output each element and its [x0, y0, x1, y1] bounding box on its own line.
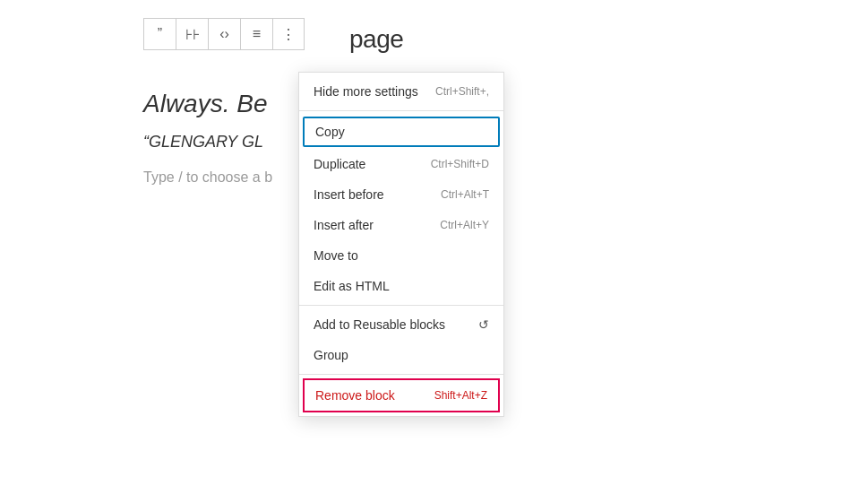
grid-icon: ⊦⊦ [185, 26, 200, 43]
add-reusable-item[interactable]: Add to Reusable blocks ↺ [299, 309, 503, 340]
insert-before-label: Insert before [314, 187, 384, 202]
arrow-button[interactable]: ‹› [208, 18, 240, 50]
duplicate-label: Duplicate [314, 157, 365, 171]
more-icon: ⋮ [281, 26, 296, 43]
menu-section-actions: Copy Duplicate Ctrl+Shift+D Insert befor… [299, 111, 503, 306]
more-options-button[interactable]: ⋮ [272, 18, 305, 50]
remove-block-shortcut: Shift+Alt+Z [434, 389, 487, 402]
hide-settings-label: Hide more settings [314, 84, 418, 99]
edit-as-html-label: Edit as HTML [314, 279, 390, 293]
hide-settings-shortcut: Ctrl+Shift+, [435, 85, 489, 98]
drag-handle-button[interactable]: ⊦⊦ [176, 18, 208, 50]
quote-block-button[interactable]: ” [143, 18, 176, 50]
insert-before-item[interactable]: Insert before Ctrl+Alt+T [299, 179, 503, 210]
insert-after-shortcut: Ctrl+Alt+Y [440, 219, 489, 231]
hide-more-settings-item[interactable]: Hide more settings Ctrl+Shift+, [299, 76, 503, 107]
context-menu: Hide more settings Ctrl+Shift+, Copy Dup… [298, 72, 504, 417]
duplicate-item[interactable]: Duplicate Ctrl+Shift+D [299, 149, 503, 179]
insert-after-item[interactable]: Insert after Ctrl+Alt+Y [299, 210, 503, 240]
reusable-icon: ↺ [478, 317, 489, 332]
copy-label: Copy [315, 125, 345, 139]
quote-icon: ” [158, 26, 162, 42]
menu-section-settings: Hide more settings Ctrl+Shift+, [299, 73, 503, 111]
remove-block-item[interactable]: Remove block Shift+Alt+Z [305, 380, 498, 411]
move-to-label: Move to [314, 248, 358, 263]
duplicate-shortcut: Ctrl+Shift+D [431, 158, 489, 170]
add-reusable-label: Add to Reusable blocks [314, 317, 445, 332]
chevron-icon: ‹› [219, 26, 229, 42]
move-to-item[interactable]: Move to [299, 240, 503, 271]
insert-after-label: Insert after [314, 218, 374, 232]
align-icon: ≡ [253, 26, 261, 42]
edit-as-html-item[interactable]: Edit as HTML [299, 271, 503, 301]
group-item[interactable]: Group [299, 340, 503, 370]
insert-before-shortcut: Ctrl+Alt+T [441, 188, 489, 201]
menu-section-remove: Remove block Shift+Alt+Z [303, 378, 500, 412]
copy-item[interactable]: Copy [303, 117, 500, 147]
remove-block-label: Remove block [315, 388, 395, 403]
block-toolbar: ” ⊦⊦ ‹› ≡ ⋮ [143, 18, 868, 50]
group-label: Group [314, 348, 348, 362]
align-button[interactable]: ≡ [240, 18, 272, 50]
menu-section-reusable: Add to Reusable blocks ↺ Group [299, 306, 503, 375]
